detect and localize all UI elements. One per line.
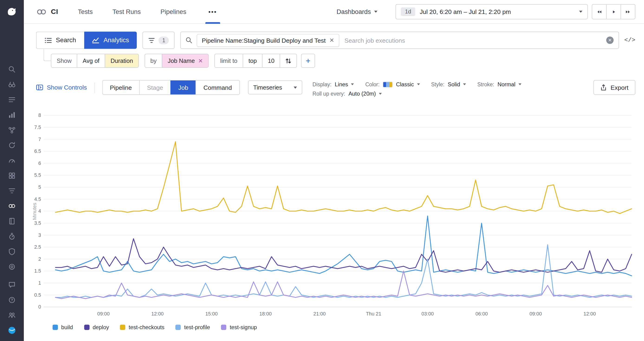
- apm-icon[interactable]: [0, 122, 24, 137]
- svg-text:03:00: 03:00: [421, 311, 434, 317]
- show-controls-link[interactable]: Show Controls: [36, 84, 87, 91]
- legend-item[interactable]: test-checkouts: [120, 324, 164, 331]
- nav-tab-tests[interactable]: Tests: [78, 8, 93, 15]
- sort-order-button[interactable]: [280, 54, 297, 68]
- tab-command[interactable]: Command: [196, 80, 239, 94]
- active-tab-indicator: [205, 22, 220, 24]
- product-title: CI: [51, 8, 58, 16]
- rollup-select[interactable]: Auto (20m): [348, 91, 382, 97]
- tab-stage[interactable]: Stage: [139, 80, 171, 94]
- infrastructure-icon[interactable]: [0, 168, 24, 183]
- filters-button[interactable]: 1: [142, 31, 174, 49]
- svg-text:4.5: 4.5: [34, 196, 41, 202]
- shift-forward-button[interactable]: [620, 4, 635, 19]
- time-preset-badge: 1d: [401, 7, 415, 16]
- sort-icon: [286, 58, 291, 64]
- visualization-select[interactable]: Timeseries: [248, 80, 302, 94]
- remove-filter-icon[interactable]: ✕: [330, 37, 334, 43]
- svg-text:5.5: 5.5: [34, 172, 41, 178]
- svg-text:?: ?: [11, 298, 13, 302]
- chevron-down-icon: [417, 83, 420, 85]
- svg-text:1: 1: [38, 280, 41, 286]
- search-filter-pill[interactable]: Pipeline Name:Staging Build Deploy and T…: [197, 34, 339, 47]
- legend-swatch: [120, 325, 125, 330]
- aggregation-select[interactable]: Avg of: [77, 54, 105, 68]
- by-label: by: [145, 54, 162, 68]
- legend-item[interactable]: test-signup: [221, 324, 257, 331]
- color-label: Color:: [366, 81, 380, 87]
- logs-icon[interactable]: [0, 92, 24, 107]
- legend-label: test-signup: [230, 324, 257, 331]
- style-select[interactable]: Solid: [448, 81, 466, 87]
- stroke-label: Stroke:: [477, 81, 494, 87]
- nav-tab-test-runs[interactable]: Test Runs: [112, 8, 141, 15]
- svg-text:6.5: 6.5: [34, 148, 41, 154]
- watchdog-icon[interactable]: [0, 153, 24, 168]
- display-settings-row-1: Display:Lines Color:Classic Style:Solid …: [312, 81, 532, 87]
- add-query-button[interactable]: +: [301, 54, 315, 68]
- play-button[interactable]: [606, 4, 620, 19]
- svg-text:Thu 21: Thu 21: [366, 311, 381, 317]
- time-range-picker[interactable]: 1d Jul 20, 6:20 am – Jul 21, 2:20 pm: [396, 4, 588, 19]
- svg-text:3: 3: [38, 232, 41, 238]
- filter-pill-label: Pipeline Name:Staging Build Deploy and T…: [202, 37, 326, 44]
- chevron-down-icon: [463, 83, 466, 85]
- serverless-icon[interactable]: [0, 259, 24, 274]
- display-select[interactable]: Lines: [335, 81, 354, 87]
- legend-item[interactable]: deploy: [84, 324, 109, 331]
- legend-item[interactable]: build: [52, 324, 73, 331]
- search-field[interactable]: Pipeline Name:Staging Build Deploy and T…: [180, 31, 619, 49]
- search-mode-button[interactable]: Search: [36, 31, 84, 49]
- filter-count-badge: 1: [158, 36, 169, 44]
- search-icon[interactable]: [0, 61, 24, 76]
- help-icon[interactable]: ?: [0, 292, 24, 307]
- color-select[interactable]: Classic: [396, 81, 420, 87]
- metrics-icon[interactable]: [0, 107, 24, 122]
- nav-tab-more[interactable]: •••: [204, 0, 221, 24]
- security-icon[interactable]: [0, 244, 24, 259]
- tab-job[interactable]: Job: [170, 80, 196, 94]
- search-input[interactable]: [344, 36, 602, 44]
- synthetics-icon[interactable]: [0, 138, 24, 153]
- svg-text:12:00: 12:00: [151, 311, 164, 317]
- svg-text:7: 7: [38, 137, 41, 142]
- svg-text:6: 6: [38, 161, 41, 166]
- host-map-icon[interactable]: [0, 77, 24, 92]
- nav-tab-pipelines[interactable]: Pipelines: [160, 8, 186, 15]
- query-builder: Show Avg of Duration by Job Name✕ limit …: [24, 54, 644, 68]
- display-settings: Display:Lines Color:Classic Style:Solid …: [312, 80, 532, 97]
- clear-search-icon[interactable]: ✕: [606, 36, 614, 44]
- stroke-select[interactable]: Normal: [498, 81, 522, 87]
- analytics-mode-button[interactable]: Analytics: [84, 31, 137, 49]
- svg-text:2: 2: [38, 256, 41, 262]
- tab-pipeline[interactable]: Pipeline: [102, 80, 139, 94]
- user-avatar[interactable]: [0, 323, 24, 338]
- legend-swatch: [84, 325, 90, 330]
- sidebar: ?: [0, 0, 24, 341]
- remove-group-by-icon[interactable]: ✕: [198, 57, 203, 64]
- notebooks-icon[interactable]: [0, 213, 24, 229]
- svg-text:12:00: 12:00: [584, 311, 596, 317]
- timeseries-chart[interactable]: 00.511.522.533.544.555.566.577.5809:0012…: [33, 108, 632, 321]
- datadog-logo-icon[interactable]: [0, 0, 24, 24]
- limit-group: limit to top 10: [214, 54, 297, 68]
- time-range-label: Jul 20, 6:20 am – Jul 21, 2:20 pm: [420, 8, 511, 15]
- ci-pipelines-icon[interactable]: [0, 198, 24, 213]
- measure-select[interactable]: Duration: [105, 54, 139, 68]
- support-chat-icon[interactable]: [0, 277, 24, 292]
- limit-value-input[interactable]: 10: [262, 54, 280, 68]
- monitors-icon[interactable]: [0, 183, 24, 198]
- group-by-select[interactable]: Job Name✕: [162, 54, 209, 68]
- dashboards-menu[interactable]: Dashboards: [337, 8, 378, 15]
- shift-back-button[interactable]: [592, 4, 606, 19]
- limit-type-select[interactable]: top: [243, 54, 262, 68]
- legend-swatch: [52, 325, 58, 330]
- legend-swatch: [176, 325, 181, 330]
- legend-item[interactable]: test-profile: [176, 324, 210, 331]
- rollup-label: Roll up every:: [312, 91, 345, 97]
- organization-icon[interactable]: [0, 307, 24, 323]
- tests-icon[interactable]: [0, 229, 24, 244]
- code-view-icon[interactable]: </>: [624, 37, 636, 44]
- chevron-down-icon: [379, 93, 382, 95]
- export-button[interactable]: Export: [594, 80, 636, 95]
